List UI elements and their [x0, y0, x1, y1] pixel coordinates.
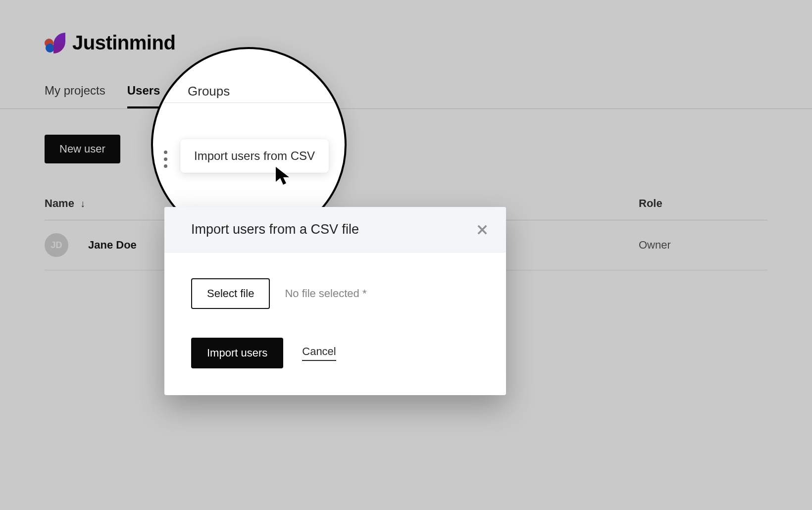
close-icon[interactable]	[475, 223, 489, 237]
avatar: JD	[45, 233, 68, 257]
modal-body: Select file No file selected * Import us…	[164, 253, 506, 395]
column-header-name-label: Name	[45, 197, 74, 210]
cursor-icon	[274, 165, 292, 186]
cancel-link[interactable]: Cancel	[302, 345, 336, 361]
tab-users[interactable]: Users	[127, 84, 160, 108]
more-menu-icon[interactable]	[164, 151, 167, 168]
column-header-role[interactable]: Role	[639, 197, 767, 210]
select-file-button[interactable]: Select file	[191, 278, 270, 309]
no-file-selected-hint: No file selected *	[285, 287, 366, 300]
magnifier-tab-groups[interactable]: Groups	[188, 84, 230, 99]
modal-title: Import users from a CSV file	[191, 222, 359, 237]
main-tabs: My projects Users	[0, 84, 812, 109]
brand-name: Justinmind	[72, 32, 175, 54]
sort-arrow-down-icon: ↓	[80, 198, 85, 209]
toolbar: New user	[0, 109, 812, 163]
modal-header: Import users from a CSV file	[164, 207, 506, 253]
tab-my-projects[interactable]: My projects	[45, 84, 105, 108]
brand-logo: Justinmind	[45, 32, 767, 54]
magnifier-tab-underline	[153, 102, 345, 103]
logo-mark-icon	[45, 33, 65, 53]
menu-item-import-csv[interactable]: Import users from CSV	[180, 139, 329, 173]
user-name: Jane Doe	[88, 239, 137, 252]
import-users-button[interactable]: Import users	[191, 338, 283, 368]
new-user-button[interactable]: New user	[45, 135, 120, 163]
header: Justinmind	[0, 0, 812, 54]
import-csv-modal: Import users from a CSV file Select file…	[164, 207, 506, 395]
cell-role: Owner	[639, 239, 767, 252]
